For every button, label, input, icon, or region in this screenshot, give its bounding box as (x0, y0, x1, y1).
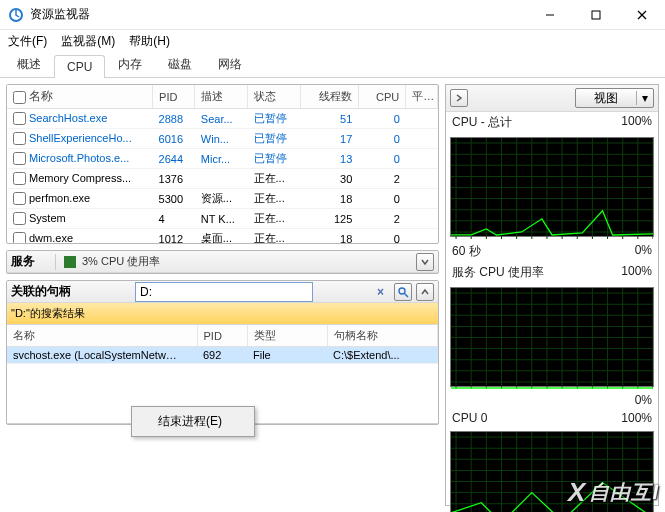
context-end-process[interactable]: 结束进程(E) (134, 409, 252, 434)
menubar: 文件(F) 监视器(M) 帮助(H) (0, 30, 665, 52)
svg-rect-2 (592, 11, 600, 19)
services-metric: 3% CPU 使用率 (82, 254, 160, 269)
chart-title: CPU - 总计 (452, 114, 512, 131)
col-threads[interactable]: 线程数 (300, 85, 358, 109)
handles-search-input[interactable] (135, 282, 313, 302)
chart-max: 100% (621, 411, 652, 425)
charts-collapse[interactable] (450, 89, 468, 107)
handles-collapse[interactable] (416, 283, 434, 301)
hcol-handle[interactable]: 句柄名称 (327, 325, 438, 347)
process-table[interactable]: 名称 PID 描述 状态 线程数 CPU 平… SearchHost.exe28… (7, 85, 438, 243)
process-row[interactable]: ShellExperienceHo...6016Win...已暂停170 (7, 129, 438, 149)
handles-panel: 关联的句柄 × "D:"的搜索结果 名称 PID 类型 句柄名称 (6, 280, 439, 425)
process-row[interactable]: Memory Compress...1376正在...302 (7, 169, 438, 189)
handles-table[interactable]: 名称 PID 类型 句柄名称 svchost.exe (LocalSystemN… (7, 325, 438, 364)
col-pid[interactable]: PID (153, 85, 195, 109)
titlebar: 资源监视器 (0, 0, 665, 30)
handle-row[interactable]: svchost.exe (LocalSystemNetw… 692 File C… (7, 347, 438, 364)
charts-pane: 视图 ▾ CPU - 总计100%60 秒0%服务 CPU 使用率100%0%C… (445, 84, 659, 506)
chevron-down-icon: ▾ (636, 91, 653, 105)
clear-search-button[interactable]: × (377, 285, 384, 299)
watermark: X自由互I (568, 477, 659, 508)
process-row[interactable]: perfmon.exe5300资源...正在...180 (7, 189, 438, 209)
close-button[interactable] (619, 0, 665, 30)
tab-disk[interactable]: 磁盘 (155, 51, 205, 77)
services-expand[interactable] (416, 253, 434, 271)
chart-footer-right: 0% (635, 393, 652, 407)
search-results-label: "D:"的搜索结果 (11, 306, 85, 321)
view-button[interactable]: 视图 ▾ (575, 88, 654, 108)
svg-line-6 (405, 293, 409, 297)
services-panel: 服务 3% CPU 使用率 (6, 250, 439, 274)
chart-footer-right: 0% (635, 243, 652, 260)
process-checkbox[interactable] (13, 172, 26, 185)
menu-monitor[interactable]: 监视器(M) (61, 33, 115, 50)
services-title: 服务 (11, 253, 47, 270)
menu-help[interactable]: 帮助(H) (129, 33, 170, 50)
col-avg[interactable]: 平… (406, 85, 438, 109)
col-desc[interactable]: 描述 (195, 85, 248, 109)
process-checkbox[interactable] (13, 212, 26, 225)
process-checkbox[interactable] (13, 192, 26, 205)
chart-title: CPU 0 (452, 411, 487, 425)
tab-overview[interactable]: 概述 (4, 51, 54, 77)
tab-memory[interactable]: 内存 (105, 51, 155, 77)
chart (450, 287, 654, 387)
col-image[interactable]: 名称 (7, 85, 153, 109)
chart-max: 100% (621, 264, 652, 281)
select-all-checkbox[interactable] (13, 91, 26, 104)
chart (450, 137, 654, 237)
search-button[interactable] (394, 283, 412, 301)
window-title: 资源监视器 (30, 6, 527, 23)
tabs: 概述 CPU 内存 磁盘 网络 (0, 52, 665, 78)
tab-network[interactable]: 网络 (205, 51, 255, 77)
hcol-type[interactable]: 类型 (247, 325, 327, 347)
col-cpu[interactable]: CPU (358, 85, 405, 109)
services-indicator (64, 256, 76, 268)
hcol-pid[interactable]: PID (197, 325, 247, 347)
process-checkbox[interactable] (13, 152, 26, 165)
menu-file[interactable]: 文件(F) (8, 33, 47, 50)
maximize-button[interactable] (573, 0, 619, 30)
process-row[interactable]: SearchHost.exe2888Sear...已暂停510 (7, 109, 438, 129)
handles-title: 关联的句柄 (11, 283, 131, 300)
minimize-button[interactable] (527, 0, 573, 30)
chart-max: 100% (621, 114, 652, 131)
context-menu: 结束进程(E) (131, 406, 255, 437)
hcol-name[interactable]: 名称 (7, 325, 197, 347)
app-icon (8, 7, 24, 23)
chart-title: 服务 CPU 使用率 (452, 264, 544, 281)
col-status[interactable]: 状态 (248, 85, 301, 109)
processes-panel: 名称 PID 描述 状态 线程数 CPU 平… SearchHost.exe28… (6, 84, 439, 244)
process-checkbox[interactable] (13, 232, 26, 243)
process-checkbox[interactable] (13, 112, 26, 125)
tab-cpu[interactable]: CPU (54, 55, 105, 78)
process-checkbox[interactable] (13, 132, 26, 145)
chart-footer-left: 60 秒 (452, 243, 481, 260)
process-row[interactable]: System4NT K...正在...1252 (7, 209, 438, 229)
process-row[interactable]: Microsoft.Photos.e...2644Micr...已暂停130 (7, 149, 438, 169)
process-row[interactable]: dwm.exe1012桌面...正在...180 (7, 229, 438, 244)
svg-point-5 (399, 288, 405, 294)
